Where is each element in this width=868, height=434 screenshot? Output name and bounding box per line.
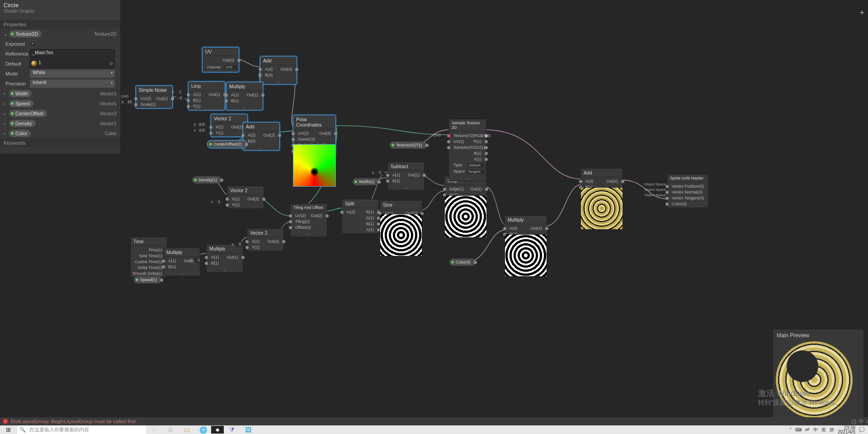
port-dot[interactable] — [220, 179, 223, 182]
node-title[interactable]: Vector 2 — [247, 229, 283, 237]
node-title[interactable]: Sprite Unlit Master — [667, 175, 708, 182]
blackboard-panel[interactable]: Circle Shader Graphs + Properties ⌄ Text… — [0, 0, 120, 154]
collapse-toggle[interactable]: ⌄ — [260, 79, 297, 84]
property-pill[interactable]: Density — [9, 120, 36, 127]
node-title[interactable]: Polar Coordinates — [293, 115, 335, 129]
port-dot[interactable] — [485, 146, 488, 149]
port-dot[interactable] — [485, 134, 488, 137]
start-button[interactable]: ⊞ — [0, 425, 16, 434]
propnode-speed[interactable]: Speed(1) — [134, 276, 161, 283]
property-color[interactable]: › Color Color — [0, 128, 120, 138]
collapse-toggle[interactable]: ⌄ — [291, 231, 327, 236]
port-dot[interactable] — [162, 259, 165, 263]
collapse-toggle[interactable]: ⌄ — [226, 104, 263, 110]
port-dot[interactable] — [292, 132, 295, 135]
tray-battery-icon[interactable]: 🗲 — [805, 427, 810, 432]
type-dropdown[interactable]: Default — [468, 163, 484, 167]
node-title[interactable]: Split — [342, 199, 378, 208]
node-title[interactable]: Subtract — [388, 162, 424, 171]
property-pill[interactable]: CenterOffset — [9, 110, 47, 117]
reference-input[interactable]: _MainTex — [30, 49, 115, 58]
port-dot[interactable] — [209, 126, 212, 129]
collapse-toggle[interactable]: ⌄ — [449, 175, 486, 181]
port-dot[interactable] — [292, 138, 295, 141]
ime-lang-1[interactable]: 中 — [813, 427, 818, 433]
port-dot[interactable] — [665, 203, 669, 206]
ime-lang-2[interactable]: 英 — [821, 427, 826, 433]
port-dot[interactable] — [340, 211, 344, 214]
mode-dropdown[interactable]: White — [30, 70, 115, 78]
propnode-density[interactable]: Density(1) — [192, 176, 222, 184]
port-dot[interactable] — [278, 134, 281, 137]
port-dot[interactable] — [485, 152, 488, 155]
clock[interactable]: 23:382021/4/5 — [838, 426, 855, 434]
node-title[interactable]: Add — [581, 169, 623, 177]
port-dot[interactable] — [485, 158, 488, 161]
property-pill[interactable]: Width — [9, 90, 32, 97]
port-dot[interactable] — [386, 179, 389, 183]
chevron-right-icon[interactable]: › — [4, 131, 9, 136]
port-dot[interactable] — [443, 188, 446, 191]
node-sprite-unlit-master[interactable]: Sprite Unlit Master Vertex Position(3) V… — [667, 174, 708, 208]
propnode-texture2d[interactable]: Texture2D(T2) — [390, 142, 427, 149]
node-simple-noise[interactable]: Simple Noise UV(2)Out(1) Scale(1) — [136, 85, 173, 108]
node-vector2-b[interactable]: Vector 2 X(1)Out(2) Y(1) — [227, 186, 264, 209]
property-centeroffset[interactable]: › CenterOffset Vector2 — [0, 108, 120, 118]
node-add-2[interactable]: Add A(2)Out(2) B(2) ⌄ — [243, 122, 280, 151]
node-title[interactable]: Vector 2 — [211, 114, 247, 123]
port-dot[interactable] — [261, 94, 264, 97]
port-dot[interactable] — [259, 68, 262, 71]
node-uv[interactable]: UV Out(4) ChannelUV0 — [202, 47, 239, 72]
node-multiply-1[interactable]: Multiply A(1)Out(1) B(1) ⌄ — [226, 82, 263, 110]
port-dot[interactable] — [665, 197, 669, 200]
port-dot[interactable] — [289, 220, 292, 223]
port-dot[interactable] — [245, 246, 249, 249]
propnode-color[interactable]: Color(4) — [449, 259, 475, 266]
visual-studio-icon[interactable]: ⧩ — [224, 425, 240, 434]
channel-dropdown[interactable]: UV0 — [224, 65, 237, 69]
port-dot[interactable] — [262, 198, 265, 201]
port-dot[interactable] — [187, 99, 190, 102]
port-dot[interactable] — [579, 180, 582, 183]
object-picker-icon[interactable]: ⊙ — [109, 61, 113, 66]
chevron-right-icon[interactable]: › — [4, 101, 9, 106]
port-dot[interactable] — [447, 134, 450, 137]
port-dot[interactable] — [205, 262, 208, 265]
property-density[interactable]: › Density Vector1 — [0, 118, 120, 128]
port-dot[interactable] — [665, 191, 669, 194]
port-dot[interactable] — [237, 59, 241, 62]
ime-lang-3[interactable]: 拼 — [830, 427, 834, 433]
node-subtract[interactable]: Subtract A(1)Out(1) B(1) ⌄ — [387, 162, 425, 190]
port-dot[interactable] — [425, 144, 429, 147]
photos-icon[interactable]: 🖼 — [240, 425, 256, 434]
port-dot[interactable] — [187, 105, 190, 108]
port-dot[interactable] — [187, 93, 190, 96]
port-dot[interactable] — [545, 227, 548, 230]
port-dot[interactable] — [386, 174, 389, 177]
status-icon-1[interactable]: ◳ — [851, 418, 856, 425]
port-dot[interactable] — [289, 214, 292, 217]
node-title[interactable]: Multiply — [164, 248, 200, 257]
collapse-toggle[interactable]: ⌄ — [164, 270, 200, 276]
port-dot[interactable] — [334, 132, 337, 135]
port-dot[interactable] — [225, 99, 228, 103]
node-title[interactable]: Tiling And Offset — [291, 204, 327, 212]
node-vector2-c[interactable]: Vector 2 X(1)Out(2) Y(1) — [247, 228, 284, 251]
unity-icon[interactable]: ◆ — [211, 426, 224, 434]
port-dot[interactable] — [423, 174, 426, 177]
port-dot[interactable] — [474, 261, 477, 264]
port-dot[interactable] — [665, 185, 669, 188]
port-dot[interactable] — [326, 214, 329, 217]
property-width[interactable]: › Width Vector1 — [0, 89, 120, 99]
space-dropdown[interactable]: Tangent — [467, 170, 484, 174]
file-explorer-icon[interactable]: 🗂 — [179, 425, 195, 434]
node-lerp[interactable]: Lerp A(1)Out(1) B(1) T(1) — [188, 81, 225, 110]
node-title[interactable]: Multiply — [505, 216, 547, 224]
port-dot[interactable] — [485, 140, 488, 143]
precision-dropdown[interactable]: Inherit — [30, 80, 115, 88]
node-title[interactable]: Vector 2 — [227, 186, 264, 195]
chevron-down-icon[interactable]: ⌄ — [4, 31, 9, 37]
chevron-right-icon[interactable]: › — [4, 111, 9, 116]
port-dot[interactable] — [205, 256, 208, 259]
taskbar-search[interactable]: 🔍在这里输入你要搜索的内容 — [16, 425, 146, 434]
